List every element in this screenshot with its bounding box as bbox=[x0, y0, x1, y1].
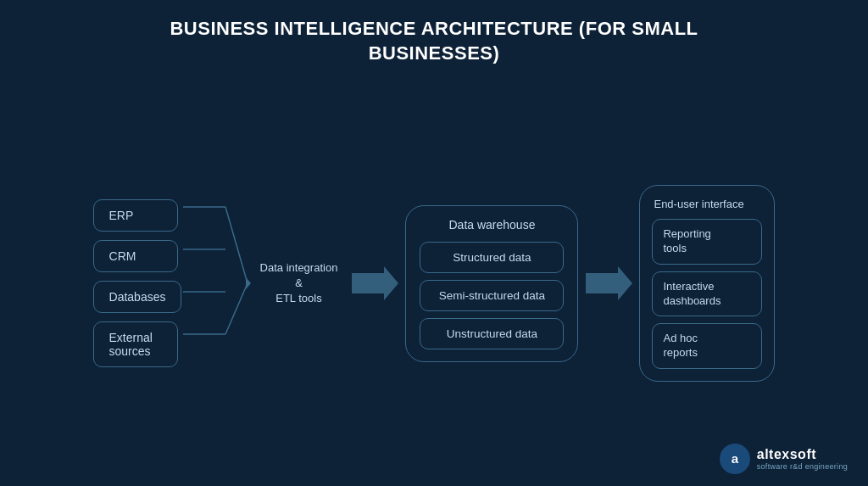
svg-marker-8 bbox=[586, 266, 632, 300]
etl-label: Data integration &ETL tools bbox=[256, 260, 341, 307]
logo-name: altexsoft bbox=[757, 447, 848, 462]
page-title: BUSINESS INTELLIGENCE ARCHITECTURE (FOR … bbox=[170, 17, 698, 65]
end-user-label: End-user interface bbox=[652, 198, 743, 210]
main-container: BUSINESS INTELLIGENCE ARCHITECTURE (FOR … bbox=[0, 0, 868, 486]
svg-text:a: a bbox=[732, 451, 739, 466]
unstructured-data: Unstructured data bbox=[420, 318, 564, 349]
reporting-tools: Reportingtools bbox=[652, 219, 762, 265]
logo-sub: software r&d engineering bbox=[757, 462, 848, 471]
sources-column: ERP CRM Databases Externalsources bbox=[93, 199, 182, 367]
funnel-connector bbox=[183, 186, 251, 381]
arrow-to-warehouse bbox=[349, 262, 400, 304]
semi-structured-data: Semi-structured data bbox=[420, 280, 564, 311]
warehouse-label: Data warehouse bbox=[448, 218, 535, 232]
svg-marker-6 bbox=[246, 277, 251, 289]
svg-line-5 bbox=[225, 283, 248, 334]
logo-text-area: altexsoft software r&d engineering bbox=[757, 447, 848, 471]
adhoc-reports: Ad hocreports bbox=[652, 323, 762, 369]
end-user-box: End-user interface Reportingtools Intera… bbox=[639, 185, 775, 382]
diagram: ERP CRM Databases Externalsources bbox=[25, 89, 843, 478]
svg-line-4 bbox=[225, 207, 248, 283]
svg-marker-7 bbox=[352, 266, 398, 300]
logo-area: a altexsoft software r&d engineering bbox=[720, 444, 848, 474]
logo-icon: a bbox=[720, 444, 750, 474]
structured-data: Structured data bbox=[420, 242, 564, 273]
source-databases: Databases bbox=[93, 281, 182, 313]
arrow-to-enduser bbox=[583, 262, 634, 304]
warehouse-box: Data warehouse Structured data Semi-stru… bbox=[405, 205, 578, 362]
source-erp: ERP bbox=[93, 199, 178, 232]
source-crm: CRM bbox=[93, 240, 178, 272]
source-external: Externalsources bbox=[93, 321, 178, 367]
interactive-dashboards: Interactivedashboards bbox=[652, 271, 762, 317]
